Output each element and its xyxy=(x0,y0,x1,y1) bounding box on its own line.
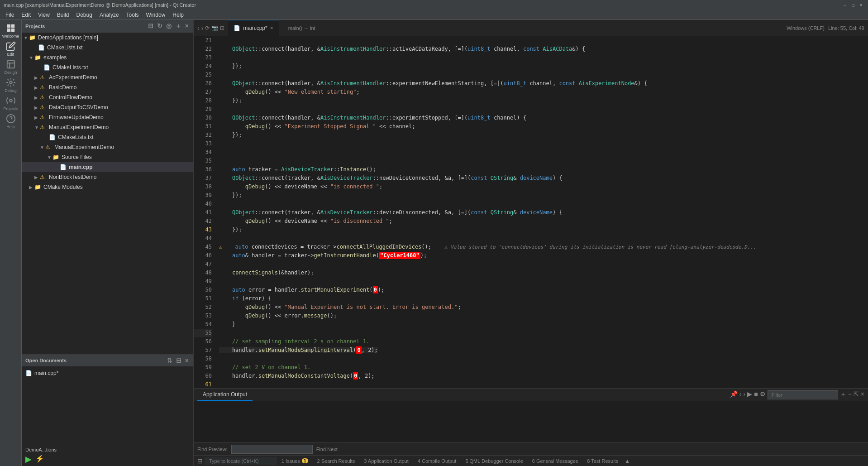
activity-projects[interactable]: Projects xyxy=(2,94,20,112)
add-filter-icon[interactable]: ＋ xyxy=(840,390,846,399)
bottom-tab-search-results[interactable]: 2 Search Results xyxy=(313,457,360,465)
tree-item-controlflow[interactable]: ▶ ⚠ ControlFlowDemo xyxy=(22,92,193,102)
tree-item-examples[interactable]: ▼ 📁 examples xyxy=(22,53,193,62)
tree-item-nonblock[interactable]: ▶ ⚠ NonBlockTestDemo xyxy=(22,172,193,182)
menu-analyze[interactable]: Analyze xyxy=(96,11,123,19)
tree-item-cmakelists-root[interactable]: 📄 CMakeLists.txt xyxy=(22,43,193,53)
tree-item-source-files[interactable]: ▼ 📁 Source Files xyxy=(22,152,193,162)
bottom-tab-app-output[interactable]: 3 Application Output xyxy=(359,457,413,465)
settings-icon[interactable]: ⚙ xyxy=(760,390,766,399)
play-icon[interactable]: ▶ xyxy=(747,390,752,399)
tree-item-cmake-modules[interactable]: ▶ 📁 CMake Modules xyxy=(22,182,193,192)
menu-build[interactable]: Build xyxy=(53,11,73,19)
maximize-button[interactable]: □ xyxy=(850,2,856,8)
find-input[interactable] xyxy=(231,445,313,454)
nav-back-icon[interactable]: ‹ xyxy=(197,24,200,32)
sync-icon[interactable]: ↻ xyxy=(156,22,163,30)
editor-toolbar: ‹ › ⟳ 📷 ⊡ xyxy=(194,24,228,32)
editor-tabs: 📄 main.cpp* × xyxy=(228,20,279,36)
more-tabs-icon[interactable]: ▲ xyxy=(625,458,630,464)
open-doc-main-cpp[interactable]: 📄 main.cpp* xyxy=(22,368,193,378)
title-bar-text: main.cpp [examples\ManualExperimentDemo … xyxy=(4,2,196,8)
bottom-tab-compile-output[interactable]: 4 Compile Output xyxy=(413,457,461,465)
prev-icon[interactable]: ‹ xyxy=(739,390,742,399)
snapshot-icon[interactable]: 📷 xyxy=(211,25,218,31)
activity-help[interactable]: Help xyxy=(2,112,20,130)
split-icon[interactable]: ⊟ xyxy=(175,357,182,364)
expand-panel-icon[interactable]: ⇱ xyxy=(854,390,859,399)
tree-item-dataoutput[interactable]: ▶ ⚠ DataOutputToCSVDemo xyxy=(22,102,193,112)
bottom-tab-type-to-locate[interactable] xyxy=(205,457,277,465)
title-bar: main.cpp [examples\ManualExperimentDemo … xyxy=(0,0,868,10)
nav-forward-icon[interactable]: › xyxy=(201,24,204,32)
menu-view[interactable]: View xyxy=(34,11,53,19)
open-documents-title: Open Documents xyxy=(25,358,67,363)
debug-project-label: DemoA...tions xyxy=(25,447,57,452)
svg-point-6 xyxy=(10,99,12,102)
code-editor: 21 22 23 24 25 26 27 28 29 30 31 32 33 3… xyxy=(194,36,868,388)
tree-item-demo-apps[interactable]: ▼ 📁 DemoApplications [main] xyxy=(22,33,193,43)
tree-item-basicdemo[interactable]: ▶ ⚠ BasicDemo xyxy=(22,82,193,92)
menu-help[interactable]: Help xyxy=(169,11,187,19)
tree-item-main-cpp[interactable]: 📄 main.cpp xyxy=(22,162,193,172)
bottom-tab-qml-debugger[interactable]: 5 QML Debugger Console xyxy=(461,457,527,465)
close-panel-icon[interactable]: × xyxy=(861,390,864,399)
tab-main-cpp[interactable]: 📄 main.cpp* × xyxy=(228,20,279,36)
menu-edit[interactable]: Edit xyxy=(18,11,34,19)
debug-panel: DemoA...tions ▶ ⚡ xyxy=(22,445,193,466)
close-button[interactable]: × xyxy=(858,2,864,8)
activity-edit[interactable]: Edit xyxy=(2,40,20,58)
open-documents-header: Open Documents ⇅ ⊟ × xyxy=(22,355,193,366)
pin-icon[interactable]: 📌 xyxy=(730,390,738,399)
svg-rect-4 xyxy=(7,61,14,68)
svg-point-5 xyxy=(10,81,12,84)
expand-arrow: ▼ xyxy=(24,35,29,40)
debug-run-button[interactable]: ⚡ xyxy=(35,454,44,464)
split-editor-icon[interactable]: ⊡ xyxy=(220,25,224,31)
title-bar-controls: − □ × xyxy=(842,2,864,8)
bottom-tab-general-messages[interactable]: 6 General Messages xyxy=(528,457,583,465)
tree-item-firmware[interactable]: ▶ ⚠ FirmwareUpdateDemo xyxy=(22,112,193,122)
type-to-locate-input[interactable] xyxy=(209,458,272,464)
menu-tools[interactable]: Tools xyxy=(123,11,143,19)
locate-icon[interactable]: ◎ xyxy=(165,22,172,30)
output-filter-input[interactable] xyxy=(768,390,838,399)
sync-editor-icon[interactable]: ⟳ xyxy=(205,25,210,31)
close-all-icon[interactable]: × xyxy=(184,357,190,364)
activity-design[interactable]: Design xyxy=(2,58,20,76)
sidebar-title: Projects xyxy=(25,24,45,29)
sidebar-header-icons: ⊟ ↻ ◎ ＋ × xyxy=(147,22,190,30)
tree-item-cmakelists-m[interactable]: 📄 CMakeLists.txt xyxy=(22,132,193,142)
sidebar-header: Projects ⊟ ↻ ◎ ＋ × xyxy=(22,20,193,33)
stop-icon[interactable]: ■ xyxy=(754,390,758,399)
output-tab-app-output[interactable]: Application Output xyxy=(197,389,253,401)
svg-rect-1 xyxy=(11,24,14,28)
tab-label: main.cpp* xyxy=(243,25,267,31)
filter-icon[interactable]: ⊟ xyxy=(147,22,154,30)
output-tab-actions: 📌 ‹ › ▶ ■ ⚙ ＋ − ⇱ × xyxy=(730,390,864,399)
tree-item-manual-demo[interactable]: ▼ ⚠ ManualExperimentDemo xyxy=(22,122,193,132)
code-lines[interactable]: QObject::connect(handler, &AisInstrument… xyxy=(215,36,868,388)
add-icon[interactable]: ＋ xyxy=(174,22,182,30)
next-icon[interactable]: › xyxy=(743,390,745,399)
tree-item-manual-demo2[interactable]: ▼ ⚠ ManualExperimentDemo xyxy=(22,142,193,152)
menu-debug[interactable]: Debug xyxy=(73,11,96,19)
tab-close-icon[interactable]: × xyxy=(270,25,273,31)
run-button[interactable]: ▶ xyxy=(25,454,32,464)
close-panel-icon[interactable]: × xyxy=(184,22,190,30)
sidebar: Projects ⊟ ↻ ◎ ＋ × ▼ 📁 DemoApplications … xyxy=(22,20,194,466)
activity-debug[interactable]: Debug xyxy=(2,76,20,94)
menu-window[interactable]: Window xyxy=(143,11,169,19)
activity-welcome[interactable]: Welcome xyxy=(2,22,20,40)
sort-icon[interactable]: ⇅ xyxy=(166,357,173,364)
tree-item-acexperiment[interactable]: ▶ ⚠ AcExperimentDemo xyxy=(22,72,193,82)
menu-file[interactable]: File xyxy=(2,11,18,19)
editor-tab-bar: ‹ › ⟳ 📷 ⊡ 📄 main.cpp* × main() → int Win… xyxy=(194,20,868,36)
find-bar: Find Preview: Find Next xyxy=(194,442,868,455)
tree-item-cmakelists-ex[interactable]: 📄 CMakeLists.txt xyxy=(22,62,193,72)
remove-filter-icon[interactable]: − xyxy=(848,390,852,399)
bottom-tab-issues[interactable]: 1 Issues 1 xyxy=(277,457,313,465)
output-panel: Application Output 📌 ‹ › ▶ ■ ⚙ ＋ − ⇱ × xyxy=(194,388,868,442)
minimize-button[interactable]: − xyxy=(842,2,848,8)
bottom-tab-test-results[interactable]: 8 Test Results xyxy=(582,457,623,465)
